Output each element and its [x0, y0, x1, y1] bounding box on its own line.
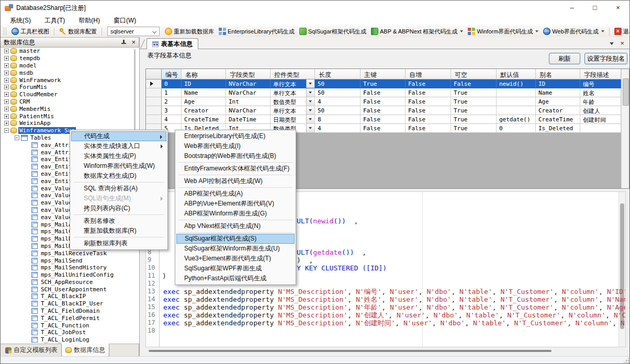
submenu-item[interactable]: ABP框架代码生成(A)	[176, 189, 295, 199]
grid-cell[interactable]: DateTime	[226, 115, 271, 124]
tree-item[interactable]: +master	[1, 48, 138, 55]
grid-cell[interactable]: 姓名	[580, 88, 621, 97]
grid-cell[interactable]: 50	[315, 79, 361, 88]
grid-cell[interactable]: False	[406, 106, 451, 115]
grid-cell[interactable]: False	[406, 115, 451, 124]
maximize-button[interactable]: □	[583, 1, 606, 15]
menubar-item-2[interactable]: 帮助(H)	[76, 15, 102, 26]
grid-column-header[interactable]: 名称	[182, 69, 226, 79]
grid-cell[interactable]: 3	[162, 106, 182, 115]
grid-cell[interactable]: newid()	[497, 79, 536, 88]
chevron-down-icon[interactable]	[152, 29, 156, 33]
submenu-item[interactable]: SqlSugar框架Winform界面生成(U)	[176, 244, 295, 254]
submenu-item[interactable]: SqlSugar框架代码生成(S)	[176, 234, 295, 244]
grid-cell[interactable]	[497, 88, 536, 97]
grid-cell[interactable]: NVarChar	[226, 88, 271, 97]
grid-cell[interactable]: Name	[182, 88, 226, 97]
grid-cell[interactable]: True	[451, 124, 497, 133]
grid-column-header[interactable]: 长度	[315, 69, 361, 79]
tree-item[interactable]: T_ACL_Function	[1, 322, 138, 329]
grid-column-header[interactable]: 默认值	[497, 69, 536, 79]
grid-cell[interactable]: NVarChar	[226, 106, 271, 115]
tree-expand-icon[interactable]: +	[4, 56, 9, 61]
grid-column-header[interactable]: 自增	[406, 69, 451, 79]
grid-cell[interactable]: NVarChar	[226, 79, 271, 88]
cell-dropdown-button[interactable]	[306, 88, 314, 97]
grid-cell[interactable]: True	[451, 97, 497, 106]
grid-cell[interactable]: Age	[536, 97, 580, 106]
context-menu-item[interactable]: 刷新数据库列表	[71, 238, 166, 248]
toolbar-dbconfig-button[interactable]: 数据库配置	[58, 27, 98, 37]
tree-item[interactable]: mps_MailReceiveTask	[1, 249, 138, 257]
close-button[interactable]: ×	[606, 1, 629, 15]
context-menu-item[interactable]: 重新加载数据库(R)	[71, 226, 166, 236]
tree-item[interactable]: +msdb	[1, 69, 138, 76]
tree-item[interactable]: T_ACL_BlackIP	[1, 293, 138, 300]
grid-cell[interactable]: 创建时间	[580, 115, 621, 124]
submenu-item[interactable]: Web界面代码生成(I)	[176, 141, 295, 151]
panel-close-icon[interactable]: ×	[131, 39, 136, 46]
context-menu-item[interactable]: SQL 查询分析器(A)	[71, 184, 166, 194]
cell-dropdown-button[interactable]	[306, 79, 314, 88]
tab-close-icon[interactable]: ×	[620, 41, 624, 46]
cell-dropdown-button[interactable]	[306, 115, 314, 123]
tree-item[interactable]: +CRM	[1, 98, 138, 106]
grid-cell[interactable]: 4	[162, 115, 182, 124]
grid-column-header[interactable]: 别名	[536, 69, 580, 79]
grid-cell[interactable]: 50	[315, 88, 361, 97]
grid-cell[interactable]: 0	[497, 124, 536, 133]
minimize-button[interactable]: –	[560, 1, 583, 15]
tree-item[interactable]: +PatientMis	[1, 112, 138, 120]
grid-cell[interactable]: True	[361, 79, 406, 88]
grid-cell[interactable]: ID	[536, 79, 580, 88]
submenu-item[interactable]: Web API控制器代码生成(W)	[176, 176, 295, 186]
grid-cell[interactable]	[497, 106, 536, 115]
editor-horizontal-scrollbar[interactable]	[145, 349, 626, 353]
grid-cell[interactable]: 编号	[580, 79, 621, 88]
context-menu-item[interactable]: Winform界面代码生成(W)	[71, 161, 166, 171]
grid-cell[interactable]: False	[406, 124, 451, 133]
grid-cell[interactable]: False	[361, 106, 406, 115]
dropdown-arrow-icon[interactable]	[460, 30, 463, 32]
grid-cell[interactable]: 4	[315, 124, 361, 133]
menubar-item-3[interactable]: 窗口(W)	[111, 15, 138, 26]
tree-expand-icon[interactable]: +	[4, 107, 9, 111]
tree-expand-icon[interactable]: +	[4, 121, 9, 126]
tab-list-dropdown-icon[interactable]	[610, 42, 614, 45]
grid-cell[interactable]: Name	[536, 88, 580, 97]
menubar-item-1[interactable]: 工具(T)	[42, 15, 67, 26]
context-menu-item[interactable]: 数据库文档生成(D)	[71, 171, 166, 181]
submenu-item[interactable]: SqlSugar框架WPF界面生成	[176, 264, 295, 274]
grid-cell[interactable]: 单行文本	[271, 106, 315, 115]
grid-column-header[interactable]: 主键	[361, 69, 406, 79]
grid-cell[interactable]: False	[361, 88, 406, 97]
tree-item[interactable]: +WinFramework	[1, 76, 138, 84]
grid-cell[interactable]: 4	[315, 97, 361, 106]
grid-cell[interactable]: CreateTime	[536, 115, 580, 124]
grid-cell[interactable]: 数值类型	[271, 97, 315, 106]
tree-item[interactable]: +WeixinApp	[1, 120, 138, 127]
toolbar-reload-button[interactable]: 重新加载数据库	[163, 27, 216, 37]
tree-item[interactable]: mps_MailUnifiedConfig	[1, 271, 138, 279]
context-menu-item[interactable]: 代码生成	[71, 131, 166, 141]
resize-grip[interactable]	[623, 357, 629, 363]
grid-cell[interactable]: 日期类型	[271, 115, 315, 124]
pin-icon[interactable]	[121, 40, 126, 46]
refresh-button[interactable]: 刷新	[549, 53, 580, 64]
tree-expand-icon[interactable]: −	[15, 135, 19, 140]
grid-cell[interactable]: False	[361, 97, 406, 106]
grid-vertical-scrollbar[interactable]	[621, 69, 629, 188]
grid-cell[interactable]: Creator	[536, 106, 580, 115]
toolbar-abp-button[interactable]: ABP & ABPNext 框架代码生成	[369, 27, 465, 37]
grid-row-header[interactable]	[146, 79, 162, 88]
grid-cell[interactable]: getdate()	[497, 115, 536, 124]
tree-item[interactable]: T_ACL_BlackIP_User	[1, 300, 138, 308]
toolbar-exit-button[interactable]: × 退出	[613, 27, 629, 37]
grid-row-header[interactable]	[146, 88, 162, 97]
tree-item[interactable]: +MemberMis	[1, 105, 138, 112]
tab-table-basic-info[interactable]: 表基本信息	[147, 38, 198, 49]
submenu-item[interactable]: Abp VNext框架代码生成(N)	[176, 221, 295, 231]
grid-column-header[interactable]: 可空	[451, 69, 497, 79]
submenu-item[interactable]: Python+FastApi后端代码生成	[176, 274, 295, 283]
tree-item[interactable]: SCH_UserAppointment	[1, 286, 138, 293]
